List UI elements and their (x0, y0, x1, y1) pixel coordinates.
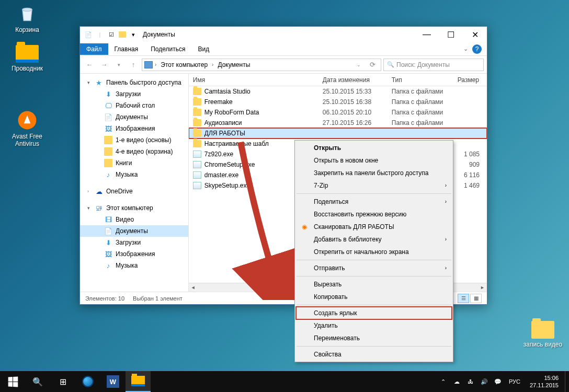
breadcrumb-dropdown-icon[interactable]: ⌄ (352, 59, 365, 71)
cm-7zip[interactable]: 7-Zip› (296, 179, 452, 192)
nav-folder-vid4[interactable]: 4-е видео (корзина) (80, 146, 188, 157)
cm-properties[interactable]: Свойства (296, 348, 452, 361)
nav-music-pc[interactable]: ♪Музыка (80, 260, 188, 271)
nav-pictures[interactable]: 🖼Изображения (80, 123, 188, 134)
folder-icon (193, 98, 201, 106)
cm-pin-quick-access[interactable]: Закрепить на панели быстрого доступа (296, 167, 452, 179)
search-button[interactable]: 🔍 (25, 371, 50, 392)
cm-add-library[interactable]: Добавить в библиотеку› (296, 233, 452, 246)
nav-video[interactable]: 🎞Видео (80, 214, 188, 225)
folder-icon[interactable] (119, 31, 126, 38)
taskbar-edge[interactable] (75, 371, 100, 392)
cm-rename[interactable]: Переименовать (296, 332, 452, 344)
desktop-icon-explorer[interactable]: Проводник (7, 45, 47, 72)
col-header-size[interactable]: Размер (453, 76, 487, 84)
tray-overflow-icon[interactable]: ⌃ (438, 371, 449, 392)
nav-back-button[interactable]: ← (83, 59, 96, 71)
ribbon-expand-icon[interactable]: ⌄ (463, 45, 468, 52)
tab-home[interactable]: Главная (108, 43, 145, 55)
show-desktop-button[interactable] (565, 371, 568, 392)
file-row[interactable]: Camtasia Studio25.10.2015 15:33Папка с ф… (189, 86, 487, 97)
nav-folder-books[interactable]: Книги (80, 157, 188, 169)
breadcrumb-root[interactable]: Этот компьютер (158, 61, 210, 68)
cm-unpin-start[interactable]: Открепить от начального экрана (296, 246, 452, 258)
properties-icon[interactable]: ☑ (107, 30, 116, 39)
cm-separator (297, 276, 451, 276)
chevron-right-icon[interactable]: › (212, 62, 213, 67)
address-bar: ← → ▾ ↑ › Этот компьютер › Документы ⌄ ⟳… (80, 56, 487, 74)
tab-share[interactable]: Поделиться (144, 43, 191, 55)
maximize-button[interactable]: ☐ (439, 27, 463, 42)
nav-this-pc[interactable]: ▾🖳Этот компьютер (80, 202, 188, 214)
tab-file[interactable]: Файл (80, 43, 108, 55)
nav-quick-access[interactable]: ▾★Панель быстрого доступа (80, 77, 188, 88)
cm-restore-version[interactable]: Восстановить прежнюю версию (296, 208, 452, 221)
breadcrumb[interactable]: › Этот компьютер › Документы ⌄ ⟳ (142, 59, 381, 71)
chevron-right-icon: › (445, 182, 447, 188)
file-row[interactable]: My RoboForm Data06.10.2015 20:10Папка с … (189, 107, 487, 118)
taskbar-clock[interactable]: 15:06 27.11.2015 (526, 374, 563, 389)
chevron-right-icon[interactable]: › (155, 62, 156, 67)
close-button[interactable]: ✕ (463, 27, 487, 42)
nav-up-button[interactable]: ↑ (127, 59, 140, 71)
tray-notifications-icon[interactable]: 💬 (492, 371, 504, 392)
nav-music[interactable]: ♪Музыка (80, 169, 188, 180)
col-header-date[interactable]: Дата изменения (318, 76, 388, 84)
file-row[interactable]: Аудиозаписи27.10.2015 16:26Папка с файла… (189, 118, 487, 128)
cm-copy[interactable]: Копировать (296, 291, 452, 303)
nav-downloads[interactable]: ⬇Загрузки (80, 88, 188, 100)
view-details-button[interactable]: ☰ (458, 294, 469, 303)
cm-cut[interactable]: Вырезать (296, 278, 452, 291)
music-icon: ♪ (104, 170, 112, 179)
tab-view[interactable]: Вид (191, 43, 215, 55)
desktop-icon-avast[interactable]: Avast Free Antivirus (7, 110, 47, 147)
tray-onedrive-icon[interactable]: ☁ (451, 371, 463, 392)
task-view-button[interactable]: ⊞ (50, 371, 75, 392)
start-button[interactable] (0, 371, 25, 392)
nav-onedrive[interactable]: ›☁OneDrive (80, 186, 188, 197)
cm-open[interactable]: Открыть (296, 142, 452, 154)
col-header-name[interactable]: Имя (189, 76, 318, 84)
status-item-count: Элементов: 10 (85, 295, 124, 302)
window-title: Документы (143, 31, 175, 38)
breadcrumb-current[interactable]: Документы (215, 61, 252, 68)
minimize-button[interactable]: — (415, 27, 439, 42)
taskbar-word[interactable]: W (100, 371, 126, 392)
pictures-icon: 🖼 (104, 124, 112, 133)
col-header-type[interactable]: Тип (388, 76, 453, 84)
folder-icon (193, 130, 201, 137)
nav-documents-pc[interactable]: 📄Документы (80, 225, 188, 237)
quick-access-toolbar: 📄 | ☑ ▾ (84, 30, 138, 39)
desktop-icon-video-folder[interactable]: запись видео (523, 321, 563, 348)
nav-forward-button[interactable]: → (98, 59, 110, 71)
search-input[interactable]: Поиск: Документы (383, 59, 484, 71)
cm-create-shortcut[interactable]: Создать ярлык (296, 307, 452, 319)
cm-open-new-window[interactable]: Открыть в новом окне (296, 154, 452, 167)
nav-pictures-pc[interactable]: 🖼Изображения (80, 248, 188, 260)
file-row[interactable]: ДЛЯ РАБОТЫ (189, 128, 487, 139)
cm-share[interactable]: Поделиться› (296, 195, 452, 208)
tray-network-icon[interactable]: 🖧 (465, 371, 476, 392)
cm-send-to[interactable]: Отправить› (296, 262, 452, 274)
tray-language[interactable]: РУС (506, 371, 524, 392)
scroll-right-icon[interactable]: ► (478, 283, 487, 292)
nav-recent-icon[interactable]: ▾ (112, 59, 125, 71)
qat-dropdown-icon[interactable]: ▾ (129, 30, 138, 39)
documents-icon: 📄 (104, 227, 112, 235)
tray-volume-icon[interactable]: 🔊 (479, 371, 490, 392)
taskbar-explorer[interactable] (126, 371, 151, 392)
nav-documents[interactable]: 📄Документы (80, 111, 188, 123)
file-row[interactable]: Freemake25.10.2015 16:38Папка с файлами (189, 97, 487, 107)
nav-downloads-pc[interactable]: ⬇Загрузки (80, 237, 188, 248)
nav-desktop[interactable]: 🖵Рабочий стол (80, 100, 188, 111)
help-button[interactable]: ? (472, 44, 482, 54)
cm-delete[interactable]: Удалить (296, 319, 452, 332)
scroll-left-icon[interactable]: ◄ (189, 283, 198, 292)
cm-scan[interactable]: ◉Сканировать ДЛЯ РАБОТЫ (296, 221, 452, 233)
explorer-icon (16, 45, 39, 63)
refresh-button[interactable]: ⟳ (366, 59, 379, 71)
nav-folder-vid1[interactable]: 1-е видео (основы) (80, 134, 188, 146)
view-icons-button[interactable]: ▦ (470, 294, 482, 303)
folder-icon (193, 119, 201, 126)
desktop-icon-recycle-bin[interactable]: Корзина (7, 3, 47, 33)
